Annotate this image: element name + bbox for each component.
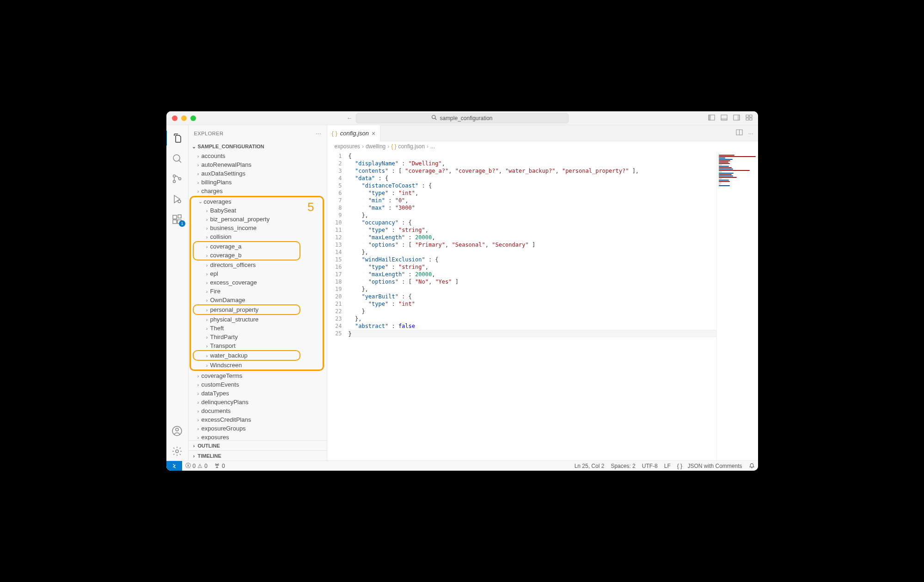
activity-search-icon[interactable] xyxy=(166,149,189,168)
split-editor-icon[interactable] xyxy=(736,129,743,137)
layout-controls xyxy=(708,114,753,122)
folder-Windscreen[interactable]: Windscreen xyxy=(191,361,323,370)
status-ports[interactable]: 0 xyxy=(211,462,228,470)
toggle-primary-sidebar-icon[interactable] xyxy=(708,114,715,122)
folder-Fire[interactable]: Fire xyxy=(191,287,323,296)
extensions-badge: 1 xyxy=(179,220,185,227)
callout-highlight-box: 5 coverages BabySeatbiz_personal_propert… xyxy=(190,196,324,371)
folder-epl[interactable]: epl xyxy=(191,269,323,278)
editor-group: { } config.json × ··· exposures › dwelli… xyxy=(327,125,758,461)
folder-dataTypes[interactable]: dataTypes xyxy=(189,389,327,398)
close-window-icon[interactable] xyxy=(172,115,177,121)
svg-rect-5 xyxy=(721,118,727,120)
svg-rect-9 xyxy=(749,115,752,117)
breadcrumb-item[interactable]: dwelling xyxy=(366,143,386,150)
folder-physical_structure[interactable]: physical_structure xyxy=(191,315,323,324)
json-file-icon: { } xyxy=(332,130,337,137)
file-tree[interactable]: ⌄ SAMPLE_CONFIGURATION accountsautoRenew… xyxy=(189,141,327,440)
status-language[interactable]: { } JSON with Comments xyxy=(674,463,746,469)
svg-rect-11 xyxy=(749,118,752,120)
svg-point-24 xyxy=(176,450,178,453)
folder-Theft[interactable]: Theft xyxy=(191,324,323,333)
folder-exposures[interactable]: exposures xyxy=(189,433,327,440)
activity-source-control-icon[interactable] xyxy=(166,170,189,188)
status-problems[interactable]: ⓧ0 ⚠0 xyxy=(182,462,211,470)
code-content[interactable]: { "displayName" : "Dwelling", "contents"… xyxy=(349,152,716,461)
folder-business_income[interactable]: business_income xyxy=(191,224,323,232)
folder-OwnDamage[interactable]: OwnDamage xyxy=(191,296,323,304)
folder-directors_officers[interactable]: directors_officers xyxy=(191,261,323,269)
outline-section[interactable]: ›OUTLINE xyxy=(189,440,327,450)
folder-collision[interactable]: collision xyxy=(191,232,323,241)
status-indentation[interactable]: Spaces: 2 xyxy=(607,463,638,469)
folder-coverageTerms[interactable]: coverageTerms xyxy=(189,371,327,380)
folder-water_backup[interactable]: water_backup xyxy=(194,351,300,360)
close-tab-icon[interactable]: × xyxy=(372,130,375,137)
folder-biz_personal_property[interactable]: biz_personal_property xyxy=(191,215,323,224)
folder-ThirdParty[interactable]: ThirdParty xyxy=(191,333,323,341)
folder-documents[interactable]: documents xyxy=(189,406,327,415)
folder-coverage_a[interactable]: coverage_a xyxy=(194,242,300,251)
svg-rect-18 xyxy=(173,215,177,219)
status-cursor-position[interactable]: Ln 25, Col 2 xyxy=(571,463,608,469)
sidebar-header: EXPLORER ··· xyxy=(189,125,327,141)
svg-line-1 xyxy=(435,118,437,120)
folder-autoRenewalPlans[interactable]: autoRenewalPlans xyxy=(189,160,327,169)
nav-back-icon[interactable]: ← xyxy=(347,115,353,121)
activity-run-debug-icon[interactable] xyxy=(166,190,189,208)
folder-exposureGroups[interactable]: exposureGroups xyxy=(189,424,327,433)
radio-tower-icon xyxy=(214,462,220,470)
folder-coverage_b[interactable]: coverage_b xyxy=(194,251,300,260)
activity-settings-icon[interactable] xyxy=(166,442,189,461)
svg-rect-19 xyxy=(173,220,177,224)
command-center[interactable]: sample_configuration xyxy=(356,113,569,123)
svg-line-13 xyxy=(179,160,181,163)
json-icon: { } xyxy=(677,463,682,469)
editor-more-icon[interactable]: ··· xyxy=(748,130,753,137)
folder-delinquencyPlans[interactable]: delinquencyPlans xyxy=(189,398,327,406)
folder-billingPlans[interactable]: billingPlans xyxy=(189,178,327,187)
sidebar-more-icon[interactable]: ··· xyxy=(316,131,321,136)
tab-config-json[interactable]: { } config.json × xyxy=(327,125,381,141)
activity-accounts-icon[interactable] xyxy=(166,422,189,440)
callout-number: 5 xyxy=(307,200,314,214)
status-bar: ⓧ0 ⚠0 0 Ln 25, Col 2 Spaces: 2 UTF-8 LF … xyxy=(166,461,758,471)
folder-excess_coverage[interactable]: excess_coverage xyxy=(191,278,323,287)
toggle-secondary-sidebar-icon[interactable] xyxy=(733,114,740,122)
breadcrumb-item[interactable]: exposures xyxy=(335,143,360,150)
search-icon xyxy=(431,115,437,121)
folder-personal_property[interactable]: personal_property xyxy=(194,305,300,314)
callout-highlight-item: personal_property xyxy=(193,304,300,315)
folder-coverages[interactable]: coverages xyxy=(191,197,323,206)
status-eol[interactable]: LF xyxy=(661,463,674,469)
svg-rect-3 xyxy=(708,115,710,120)
folder-accounts[interactable]: accounts xyxy=(189,152,327,160)
minimize-window-icon[interactable] xyxy=(181,115,187,121)
breadcrumbs[interactable]: exposures › dwelling › { } config.json ›… xyxy=(327,141,758,152)
editor-actions: ··· xyxy=(736,125,758,141)
project-root[interactable]: ⌄ SAMPLE_CONFIGURATION xyxy=(189,141,327,152)
minimap[interactable] xyxy=(716,152,758,461)
code-editor[interactable]: 1234567891011121314151617181920212223242… xyxy=(327,152,758,461)
maximize-window-icon[interactable] xyxy=(190,115,196,121)
folder-excessCreditPlans[interactable]: excessCreditPlans xyxy=(189,415,327,424)
remote-indicator[interactable] xyxy=(166,461,182,471)
status-notifications-icon[interactable] xyxy=(746,463,758,469)
folder-BabySeat[interactable]: BabySeat xyxy=(191,206,323,215)
folder-auxDataSettings[interactable]: auxDataSettings xyxy=(189,169,327,178)
folder-customEvents[interactable]: customEvents xyxy=(189,380,327,389)
timeline-section[interactable]: ›TIMELINE xyxy=(189,450,327,461)
svg-point-12 xyxy=(173,155,180,161)
toggle-panel-icon[interactable] xyxy=(721,114,728,122)
activity-extensions-icon[interactable]: 1 xyxy=(166,210,189,229)
activity-explorer-icon[interactable] xyxy=(166,129,189,147)
breadcrumb-item[interactable]: ... xyxy=(430,143,435,150)
json-file-icon: { } xyxy=(391,143,396,150)
folder-charges[interactable]: charges xyxy=(189,187,327,195)
folder-Transport[interactable]: Transport xyxy=(191,341,323,350)
customize-layout-icon[interactable] xyxy=(746,114,753,122)
editor-tabs: { } config.json × ··· xyxy=(327,125,758,141)
svg-rect-21 xyxy=(178,215,181,218)
breadcrumb-item[interactable]: config.json xyxy=(398,143,425,150)
status-encoding[interactable]: UTF-8 xyxy=(639,463,661,469)
